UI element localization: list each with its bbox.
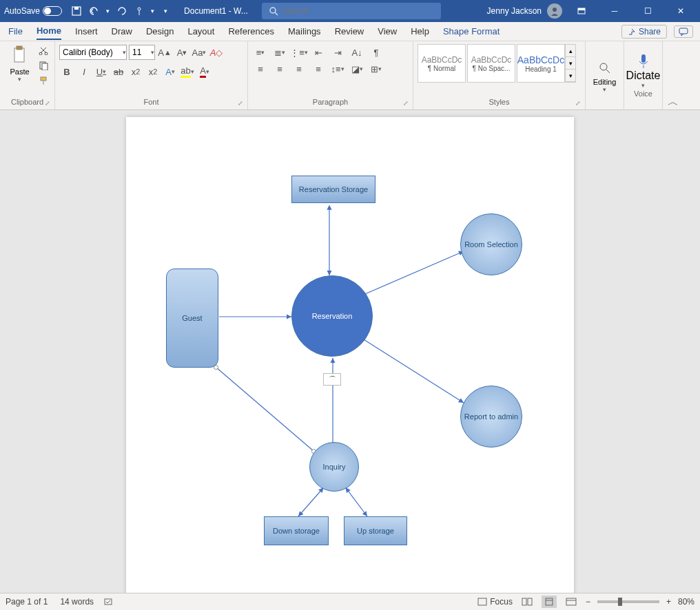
align-left-icon[interactable]: ≡ <box>252 61 269 76</box>
tab-design[interactable]: Design <box>146 23 174 39</box>
subscript-button[interactable]: x2 <box>128 64 143 79</box>
ribbon-display-icon[interactable] <box>568 0 595 22</box>
share-button[interactable]: Share <box>621 25 667 39</box>
style-heading1[interactable]: AaBbCcDcHeading 1 <box>517 44 565 83</box>
collapse-ribbon-icon[interactable]: ︿ <box>663 41 683 109</box>
close-button[interactable]: ✕ <box>667 0 694 22</box>
tab-layout[interactable]: Layout <box>187 23 214 39</box>
redo-icon[interactable] <box>115 5 127 17</box>
font-size-combo[interactable]: 11▾ <box>129 45 155 60</box>
qat-customize-icon[interactable]: ▾ <box>164 8 167 14</box>
tab-review[interactable]: Review <box>335 23 364 39</box>
read-mode-icon[interactable] <box>519 596 535 608</box>
shape-up-storage[interactable]: Up storage <box>344 516 407 545</box>
styles-launcher-icon[interactable]: ⤢ <box>575 98 581 108</box>
maximize-button[interactable]: ☐ <box>634 0 661 22</box>
tab-references[interactable]: References <box>228 23 274 39</box>
save-icon[interactable] <box>70 5 83 17</box>
tab-mailings[interactable]: Mailings <box>288 23 321 39</box>
multilevel-icon[interactable]: ⋮≡▾ <box>291 45 307 60</box>
decrease-font-icon[interactable]: A▾ <box>174 45 189 60</box>
document-canvas[interactable]: ⌒ Reservation Storage Guest Reservation … <box>0 110 700 593</box>
web-layout-icon[interactable] <box>564 596 579 608</box>
touch-mode-icon[interactable] <box>133 5 145 17</box>
minimize-button[interactable]: ─ <box>601 0 628 22</box>
tab-help[interactable]: Help <box>411 23 429 39</box>
increase-indent-icon[interactable]: ⇥ <box>329 45 346 60</box>
tab-file[interactable]: File <box>8 23 23 39</box>
undo-dropdown-icon[interactable]: ▾ <box>106 8 110 14</box>
paste-button[interactable]: Paste <box>10 67 29 76</box>
borders-icon[interactable]: ⊞▾ <box>368 61 384 76</box>
increase-font-icon[interactable]: A▲ <box>157 45 172 60</box>
focus-button[interactable]: Focus <box>477 597 513 607</box>
bold-button[interactable]: B <box>59 64 74 79</box>
group-voice: Dictate ▾ Voice <box>624 41 663 109</box>
style-normal[interactable]: AaBbCcDc¶ Normal <box>418 44 466 83</box>
dictate-button[interactable]: Dictate ▾ <box>626 53 661 89</box>
tab-insert[interactable]: Insert <box>75 23 98 39</box>
justify-icon[interactable]: ≡ <box>310 61 327 76</box>
align-right-icon[interactable]: ≡ <box>291 61 307 76</box>
search-input[interactable] <box>282 6 420 16</box>
shape-inquiry[interactable]: Inquiry <box>309 442 359 492</box>
shading-icon[interactable]: ◪▾ <box>349 61 365 76</box>
zoom-in-button[interactable]: + <box>666 597 671 607</box>
shape-down-storage[interactable]: Down storage <box>264 516 329 545</box>
print-layout-icon[interactable] <box>542 596 557 608</box>
format-painter-icon[interactable] <box>37 74 50 87</box>
group-editing[interactable]: Editing ▾ <box>586 41 624 109</box>
paste-dropdown-icon[interactable]: ▾ <box>18 76 21 83</box>
autosave-toggle[interactable] <box>43 6 62 16</box>
font-color-icon[interactable]: A▾ <box>197 64 212 79</box>
comments-button[interactable] <box>674 25 693 38</box>
share-label: Share <box>639 27 661 36</box>
find-icon <box>598 61 612 75</box>
shape-room-selection[interactable]: Room Selection <box>460 213 522 275</box>
paste-icon[interactable] <box>10 44 30 66</box>
copy-icon[interactable] <box>37 59 50 72</box>
shape-reservation-storage[interactable]: Reservation Storage <box>291 176 375 203</box>
superscript-button[interactable]: x2 <box>145 64 161 79</box>
undo-icon[interactable] <box>88 5 101 17</box>
zoom-out-button[interactable]: − <box>586 597 590 607</box>
show-marks-icon[interactable]: ¶ <box>368 45 384 60</box>
decrease-indent-icon[interactable]: ⇤ <box>310 45 327 60</box>
font-name-combo[interactable]: Calibri (Body)▾ <box>59 45 127 60</box>
font-launcher-icon[interactable]: ⤢ <box>238 98 243 108</box>
highlight-icon[interactable]: ab▾ <box>180 64 195 79</box>
avatar[interactable] <box>547 3 562 19</box>
paragraph-launcher-icon[interactable]: ⤢ <box>403 98 409 108</box>
numbering-icon[interactable]: ≣▾ <box>271 45 288 60</box>
strike-button[interactable]: ab <box>111 64 126 79</box>
cut-icon[interactable] <box>37 44 50 56</box>
search-box[interactable] <box>262 3 441 19</box>
bullets-icon[interactable]: ≡▾ <box>252 45 269 60</box>
tab-draw[interactable]: Draw <box>112 23 132 39</box>
word-count[interactable]: 14 words <box>60 597 94 607</box>
italic-button[interactable]: I <box>76 64 92 79</box>
change-case-icon[interactable]: Aa▾ <box>192 45 207 60</box>
text-effects-icon[interactable]: A▾ <box>163 64 178 79</box>
touch-dropdown-icon[interactable]: ▾ <box>151 8 154 14</box>
styles-gallery-scroll[interactable]: ▴▾▾ <box>565 44 576 83</box>
shape-report-admin[interactable]: Report to admin <box>460 386 522 448</box>
clipboard-launcher-icon[interactable]: ⤢ <box>45 98 50 108</box>
zoom-level[interactable]: 80% <box>678 597 694 607</box>
shape-guest[interactable]: Guest <box>166 269 218 368</box>
page-indicator[interactable]: Page 1 of 1 <box>6 597 48 607</box>
svg-rect-15 <box>41 77 46 81</box>
align-center-icon[interactable]: ≡ <box>271 61 288 76</box>
line-spacing-icon[interactable]: ↕≡▾ <box>329 61 346 76</box>
zoom-slider[interactable] <box>597 600 659 603</box>
clear-format-icon[interactable]: A◇ <box>209 45 224 60</box>
tab-home[interactable]: Home <box>37 23 61 40</box>
style-nospacing[interactable]: AaBbCcDc¶ No Spac... <box>467 44 515 83</box>
tab-shape-format[interactable]: Shape Format <box>443 23 500 39</box>
layout-options-icon[interactable]: ⌒ <box>323 373 341 386</box>
spell-check-icon[interactable] <box>103 597 114 607</box>
shape-reservation[interactable]: Reservation <box>291 275 373 357</box>
sort-icon[interactable]: A↓ <box>349 45 365 60</box>
underline-button[interactable]: U▾ <box>94 64 109 79</box>
tab-view[interactable]: View <box>378 23 397 39</box>
